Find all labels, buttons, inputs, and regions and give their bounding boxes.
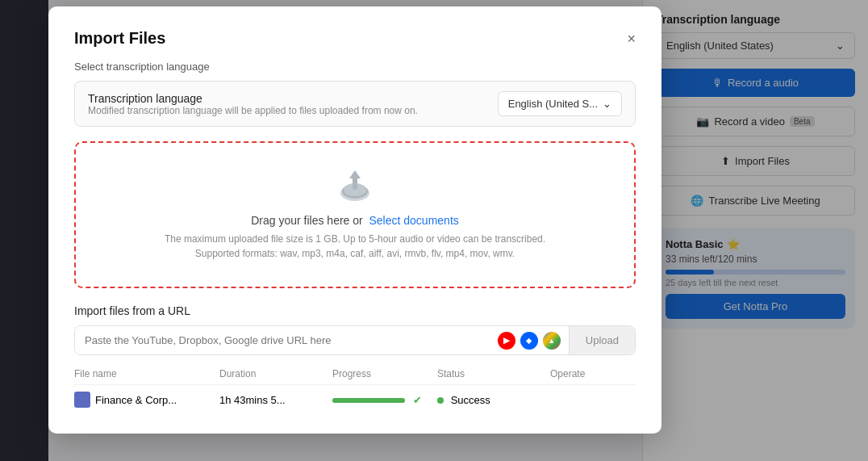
lang-label-sub: Modified transcription language will be … [88,105,418,116]
table-row: Finance & Corp... 1h 43mins 5... ✔ Succe… [74,385,636,414]
col-header-name: File name [74,368,219,379]
file-status-text: Success [451,394,490,406]
chevron-down-icon: ⌄ [603,98,611,110]
import-files-modal: Import Files × Select transcription lang… [48,6,661,434]
file-table-header: File name Duration Progress Status Opera… [74,368,636,385]
lang-select-value: English (United S... [508,98,598,110]
google-drive-icon: ▲ [543,332,561,350]
col-header-duration: Duration [219,368,332,379]
col-header-progress: Progress [332,368,437,379]
status-dot-icon [437,397,444,404]
url-input-row: ▶ ◆ ▲ Upload [74,325,636,355]
drop-zone[interactable]: Drag your files here or Select documents… [74,141,636,288]
file-status: Success [437,394,550,406]
drop-text: Drag your files here or Select documents [92,214,618,227]
file-name-cell: Finance & Corp... [74,392,219,408]
url-input[interactable] [75,326,490,354]
upload-cloud-icon [92,169,618,204]
modal-overlay: Import Files × Select transcription lang… [0,0,868,461]
file-icon [74,392,90,408]
language-row: Transcription language Modified transcri… [74,81,636,127]
file-duration: 1h 43mins 5... [219,394,332,406]
modal-header: Import Files × [74,29,636,48]
dropbox-icon: ◆ [520,332,538,350]
url-icons: ▶ ◆ ▲ [490,332,569,350]
col-header-operate: Operate [550,368,636,379]
file-table: File name Duration Progress Status Opera… [74,368,636,414]
drop-limit-text: The maximum uploaded file size is 1 GB. … [92,232,618,246]
file-progress: ✔ [332,394,437,406]
check-icon: ✔ [413,394,422,406]
svg-marker-4 [349,170,361,178]
youtube-icon: ▶ [498,332,515,350]
language-section-label: Select transcription language [74,61,636,73]
url-section-label: Import files from a URL [74,304,636,317]
select-documents-link[interactable]: Select documents [369,214,459,227]
drop-formats-text: Supported formats: wav, mp3, m4a, caf, a… [92,246,618,261]
lang-label-group: Transcription language Modified transcri… [88,92,418,116]
upload-button[interactable]: Upload [569,326,635,354]
col-header-status: Status [437,368,550,379]
close-button[interactable]: × [627,31,636,46]
modal-title: Import Files [74,29,165,48]
lang-label-title: Transcription language [88,92,418,105]
lang-select[interactable]: English (United S... ⌄ [498,91,622,116]
file-name-text: Finance & Corp... [95,394,177,406]
progress-bar-green [332,398,405,403]
